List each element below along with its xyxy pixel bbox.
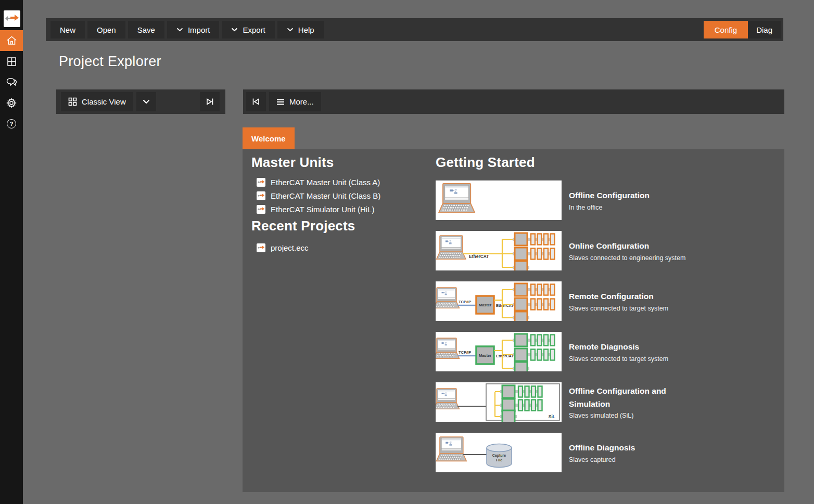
card-title: Offline Diagnosis bbox=[569, 442, 690, 454]
card-subtitle: Slaves captured bbox=[569, 456, 690, 463]
sidebar-item-notifications[interactable] bbox=[0, 72, 23, 93]
card-text: Remote Diagnosis Slaves connected to tar… bbox=[569, 332, 690, 371]
help-icon: ? bbox=[7, 119, 16, 128]
welcome-panel: Master Units EtherCAT Master Unit (Class… bbox=[243, 149, 784, 492]
view-dropdown-button[interactable] bbox=[136, 92, 156, 111]
svg-text:SiL: SiL bbox=[549, 414, 555, 419]
card-offline-diagnosis[interactable]: CaptureFile Offline Diagnosis Slaves cap… bbox=[436, 433, 782, 472]
card-illustration bbox=[436, 180, 562, 220]
home-icon bbox=[6, 35, 17, 46]
card-illustration: TCP/IPMasterEtherCAT bbox=[436, 332, 562, 371]
card-offline-configuration-simulation[interactable]: SiL Offline Configuration and Simulation… bbox=[436, 382, 782, 422]
card-title: Offline Configuration bbox=[569, 189, 690, 202]
more-menu-button[interactable]: More... bbox=[269, 92, 321, 111]
collapse-panel-right-button[interactable] bbox=[200, 92, 220, 111]
card-subtitle: Slaves connected to target system bbox=[569, 305, 690, 312]
sidebar-item-help[interactable]: ? bbox=[0, 113, 23, 134]
new-button[interactable]: New bbox=[50, 21, 85, 38]
getting-started-heading: Getting Started bbox=[436, 154, 782, 171]
grid-view-icon bbox=[7, 57, 17, 67]
chat-icon bbox=[6, 77, 17, 87]
sidebar-item-home[interactable] bbox=[0, 30, 23, 51]
page-title: Project Explorer bbox=[59, 54, 161, 70]
skip-to-start-icon bbox=[251, 97, 261, 107]
sidebar-item-settings[interactable] bbox=[0, 93, 23, 113]
collapse-panel-left-button[interactable] bbox=[246, 92, 266, 111]
diag-mode-button[interactable]: Diag bbox=[748, 21, 781, 38]
svg-text:File: File bbox=[496, 458, 502, 462]
master-units-list: EtherCAT Master Unit (Class A) EtherCAT … bbox=[257, 175, 380, 216]
hamburger-menu-icon bbox=[276, 99, 285, 105]
chevron-down-icon bbox=[176, 28, 183, 32]
card-subtitle: Slaves connected to engineering system bbox=[569, 254, 690, 262]
getting-started-rows: Offline Configuration In the office Ethe… bbox=[436, 180, 782, 472]
card-illustration: TCP/IPMasterEtherCAT bbox=[436, 281, 562, 321]
card-text: Online Configuration Slaves connected to… bbox=[569, 231, 690, 270]
import-menu-button[interactable]: Import bbox=[167, 21, 220, 38]
config-button-label: Config bbox=[715, 25, 737, 34]
app-logo bbox=[4, 10, 20, 27]
card-text: Remote Configuration Slaves connected to… bbox=[569, 281, 690, 321]
ethercat-unit-icon bbox=[257, 191, 265, 200]
sidebar-nav: ? bbox=[0, 30, 23, 134]
card-subtitle: Slaves connected to target system bbox=[569, 355, 690, 363]
skip-to-end-icon bbox=[205, 97, 214, 107]
export-menu-button[interactable]: Export bbox=[222, 21, 274, 38]
sidebar: ? bbox=[0, 0, 23, 504]
master-unit-item-simulator-hil[interactable]: EtherCAT Simulator Unit (HiL) bbox=[257, 202, 380, 216]
help-menu-button[interactable]: Help bbox=[277, 21, 324, 38]
recent-projects-heading: Recent Projects bbox=[251, 218, 380, 234]
card-remote-configuration[interactable]: TCP/IPMasterEtherCAT Remote Configuratio… bbox=[436, 281, 782, 321]
new-button-label: New bbox=[60, 25, 75, 34]
diag-button-label: Diag bbox=[756, 25, 772, 34]
open-button[interactable]: Open bbox=[87, 21, 125, 38]
card-text: Offline Configuration and Simulation Sla… bbox=[569, 382, 690, 422]
project-lists: Master Units EtherCAT Master Unit (Class… bbox=[251, 154, 380, 256]
card-illustration: EtherCAT bbox=[436, 231, 562, 270]
gear-icon bbox=[6, 98, 17, 108]
save-button[interactable]: Save bbox=[128, 21, 164, 38]
classic-view-icon bbox=[68, 97, 77, 106]
master-unit-label: EtherCAT Simulator Unit (HiL) bbox=[271, 205, 375, 214]
help-button-label: Help bbox=[298, 25, 314, 34]
ethercat-unit-icon bbox=[257, 205, 265, 214]
card-title: Remote Diagnosis bbox=[569, 341, 690, 353]
more-button-label: More... bbox=[289, 97, 314, 106]
master-units-heading: Master Units bbox=[251, 154, 380, 171]
getting-started: Getting Started Offline Configuration In… bbox=[436, 154, 782, 472]
tab-welcome[interactable]: Welcome bbox=[243, 127, 295, 149]
card-remote-diagnosis[interactable]: TCP/IPMasterEtherCAT Remote Diagnosis Sl… bbox=[436, 332, 782, 371]
card-title: Remote Configuration bbox=[569, 290, 690, 303]
svg-text:Capture: Capture bbox=[492, 454, 506, 458]
svg-text:Master: Master bbox=[479, 303, 491, 307]
card-title: Online Configuration bbox=[569, 240, 690, 252]
card-subtitle: In the office bbox=[569, 204, 690, 211]
export-button-label: Export bbox=[243, 25, 265, 34]
card-subtitle: Slaves simulated (SiL) bbox=[569, 412, 690, 419]
chevron-down-icon bbox=[287, 28, 294, 32]
master-unit-item-class-b[interactable]: EtherCAT Master Unit (Class B) bbox=[257, 189, 380, 202]
view-selector-label: Classic View bbox=[82, 97, 126, 106]
card-offline-configuration[interactable]: Offline Configuration In the office bbox=[436, 180, 782, 220]
master-unit-label: EtherCAT Master Unit (Class A) bbox=[271, 178, 380, 187]
ethercat-unit-icon bbox=[257, 243, 265, 252]
svg-text:EtherCAT: EtherCAT bbox=[469, 254, 489, 259]
card-illustration: SiL bbox=[436, 382, 562, 422]
save-button-label: Save bbox=[137, 25, 155, 34]
master-unit-item-class-a[interactable]: EtherCAT Master Unit (Class A) bbox=[257, 175, 380, 189]
card-online-configuration[interactable]: EtherCAT Online Configuration Slaves con… bbox=[436, 231, 782, 270]
ethercat-unit-icon bbox=[257, 178, 265, 187]
chevron-down-icon bbox=[231, 28, 238, 32]
view-selector-button[interactable]: Classic View bbox=[61, 92, 133, 111]
import-button-label: Import bbox=[188, 25, 210, 34]
transfer-arrows-icon bbox=[5, 13, 19, 24]
recent-projects-list: project.ecc bbox=[257, 241, 380, 254]
recent-project-label: project.ecc bbox=[271, 243, 309, 252]
svg-text:Master: Master bbox=[479, 353, 491, 358]
sidebar-item-views[interactable] bbox=[0, 51, 23, 72]
recent-project-item[interactable]: project.ecc bbox=[257, 241, 380, 254]
chevron-down-icon bbox=[143, 99, 150, 104]
config-mode-button[interactable]: Config bbox=[704, 21, 748, 38]
tab-welcome-label: Welcome bbox=[251, 134, 286, 143]
card-text: Offline Configuration In the office bbox=[569, 180, 690, 220]
